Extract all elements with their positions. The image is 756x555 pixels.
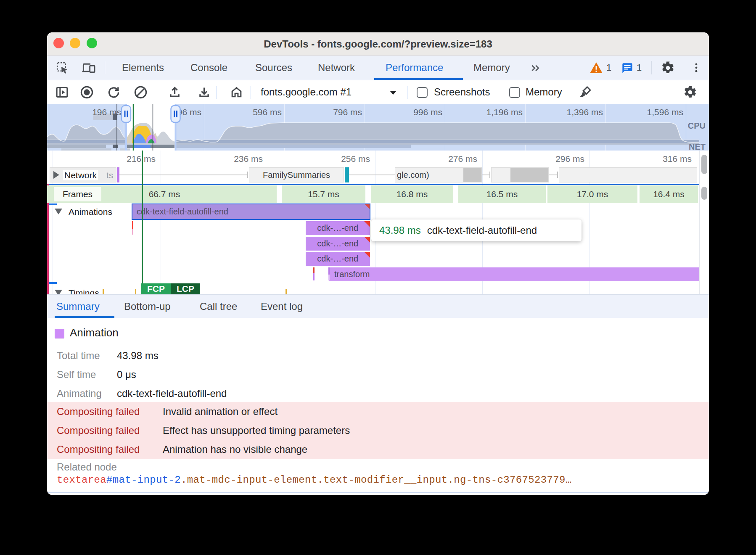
issues-icon[interactable]: [621, 62, 633, 74]
animation-tick: [328, 267, 330, 275]
fcp-badge[interactable]: FCP: [141, 283, 171, 294]
timing-marker: [285, 289, 287, 294]
frame-segment[interactable]: 15.7 ms: [282, 185, 365, 203]
selection-handle-right[interactable]: [171, 106, 180, 122]
tab-sources[interactable]: Sources: [255, 56, 292, 80]
network-request-bar[interactable]: [491, 167, 549, 182]
scrollbar-thumb[interactable]: [701, 187, 707, 200]
record-icon[interactable]: [80, 85, 94, 99]
overview-time-label: 1,396 ms: [567, 107, 603, 117]
warning-triangle-icon: [365, 204, 370, 209]
toggle-sidebar-icon[interactable]: [55, 85, 69, 99]
lcp-badge[interactable]: LCP: [171, 283, 200, 294]
animation-tick: [328, 275, 330, 280]
tab-network[interactable]: Network: [318, 56, 355, 80]
warning-message: Animation has no visible change: [163, 444, 307, 455]
network-request-bar[interactable]: gle.com): [395, 167, 482, 182]
timing-marker: [135, 289, 136, 294]
summary-row-label: Total time: [57, 350, 113, 362]
summary-pane: Animation Total time43.98 msSelf time0 μ…: [47, 318, 709, 495]
device-toolbar-icon[interactable]: [81, 61, 96, 74]
animations-expander-icon[interactable]: [55, 209, 62, 214]
more-tabs-icon[interactable]: [529, 62, 542, 74]
animation-bar-transform[interactable]: transform: [329, 267, 699, 281]
reload-record-icon[interactable]: [107, 85, 121, 99]
tab-summary[interactable]: Summary: [56, 295, 100, 318]
profile-selector[interactable]: fonts.google.com #1: [261, 80, 352, 104]
overview-time-label: 1,196 ms: [486, 107, 523, 117]
network-request-bar[interactable]: [559, 167, 697, 182]
tab-bottom-up[interactable]: Bottom-up: [124, 295, 171, 318]
summary-row: Animatingcdk-text-field-autofill-end: [57, 388, 227, 399]
clear-icon[interactable]: [134, 85, 148, 99]
ruler-time-label: 316 ms: [637, 151, 692, 166]
fcp-marker-line: [142, 151, 143, 283]
frame-segment[interactable]: 16.8 ms: [371, 185, 453, 203]
capture-settings-gear-icon[interactable]: [683, 85, 697, 99]
garbage-collect-icon[interactable]: [579, 85, 592, 99]
warning-icon[interactable]: [589, 61, 603, 74]
ruler-time-label: 236 ms: [208, 151, 263, 166]
tab-memory[interactable]: Memory: [473, 56, 510, 80]
load-profile-icon[interactable]: [168, 85, 182, 99]
inspect-icon[interactable]: [56, 61, 69, 74]
frame-segment[interactable]: 16.4 ms: [640, 185, 698, 203]
overview-canvas[interactable]: 196 ms396 ms596 ms796 ms996 ms1,196 ms1,…: [47, 104, 709, 151]
screenshots-label[interactable]: Screenshots: [434, 80, 490, 104]
frame-segment[interactable]: 17.0 ms: [547, 185, 637, 203]
tab-elements[interactable]: Elements: [122, 56, 164, 80]
window-titlebar: DevTools - fonts.google.com/?preview.siz…: [47, 32, 709, 56]
summary-row: Self time0 μs: [57, 369, 136, 381]
frames-track-label: Frames: [54, 187, 101, 201]
performance-toolbar: fonts.google.com #1 Screenshots Memory: [47, 80, 709, 104]
warning-count[interactable]: 1: [606, 56, 611, 80]
tooltip-name: cdk-text-field-autofill-end: [427, 225, 537, 236]
flame-chart[interactable]: 216 ms236 ms256 ms276 ms296 ms316 ms Net…: [47, 151, 709, 294]
summary-row-value: cdk-text-field-autofill-end: [117, 388, 227, 399]
tab-call-tree[interactable]: Call tree: [200, 295, 237, 318]
overview-time-label: 196 ms: [92, 107, 121, 117]
chevron-down-icon[interactable]: [389, 89, 397, 96]
network-expander-icon[interactable]: [53, 171, 59, 179]
save-profile-icon[interactable]: [197, 85, 211, 99]
frame-segment[interactable]: 16.5 ms: [458, 185, 546, 203]
summary-row-label: Animating: [57, 388, 113, 399]
warning-triangle-icon: [364, 252, 370, 258]
track-resize-indicator[interactable]: [49, 282, 57, 284]
settings-gear-icon[interactable]: [661, 61, 675, 75]
warning-triangle-icon: [364, 237, 370, 243]
animation-bar[interactable]: cdk-…-end: [306, 221, 370, 235]
animation-legend-swatch: [55, 329, 64, 338]
animation-bar[interactable]: cdk-…-end: [306, 252, 370, 266]
network-request-bar[interactable]: FamilySummaries: [249, 167, 344, 182]
home-icon[interactable]: [230, 85, 243, 99]
track-resize-indicator[interactable]: [49, 204, 57, 205]
network-track-divider[interactable]: [47, 184, 699, 185]
network-request-bar-selected[interactable]: [345, 167, 349, 182]
selection-handle-left[interactable]: [122, 106, 131, 122]
warning-message: Effect has unsupported timing parameters: [163, 425, 350, 436]
related-node-link[interactable]: textarea#mat-input-2.mat-mdc-input-eleme…: [57, 474, 571, 486]
warning-label: Compositing failed: [57, 440, 163, 459]
screenshots-checkbox[interactable]: [417, 87, 428, 98]
timeline-overview[interactable]: 196 ms396 ms596 ms796 ms996 ms1,196 ms1,…: [47, 104, 709, 151]
scrollbar-thumb[interactable]: [701, 155, 707, 174]
issue-count[interactable]: 1: [637, 56, 642, 80]
animation-bar[interactable]: cdk-…-end: [306, 237, 370, 251]
animation-bar-selected[interactable]: cdk-text-field-autofill-end: [132, 204, 370, 220]
tab-console[interactable]: Console: [190, 56, 227, 80]
warning-message: Invalid animation or effect: [163, 406, 278, 417]
memory-checkbox-label[interactable]: Memory: [526, 80, 562, 104]
window-title: DevTools - fonts.google.com/?preview.siz…: [47, 32, 709, 56]
warning-label: Compositing failed: [57, 402, 163, 421]
tab-event-log[interactable]: Event log: [261, 295, 303, 318]
kebab-menu-icon[interactable]: [690, 62, 702, 74]
timings-expander-icon[interactable]: [55, 290, 62, 294]
tab-performance[interactable]: Performance: [386, 56, 443, 80]
overview-time-label: 796 ms: [333, 107, 362, 117]
summary-row-value: 0 μs: [117, 369, 136, 380]
memory-checkbox[interactable]: [509, 87, 520, 98]
selector-classes: .mat-mdc-input-element.text-modifier__in…: [181, 474, 566, 486]
ruler-time-label: 276 ms: [423, 151, 477, 166]
network-track-label: Network: [63, 170, 98, 180]
